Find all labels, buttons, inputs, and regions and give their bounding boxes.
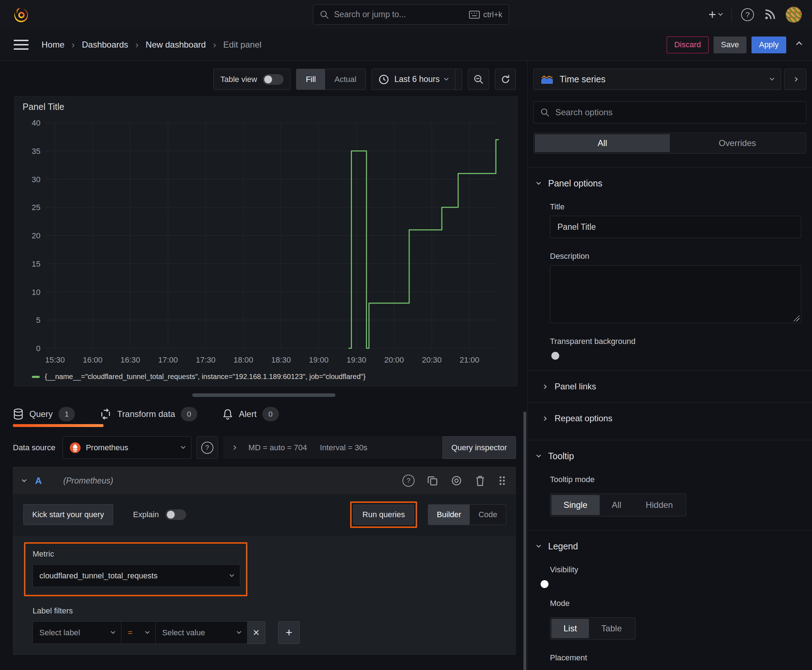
- discard-button[interactable]: Discard: [667, 37, 709, 53]
- chevron-down-icon: [718, 11, 723, 16]
- panel-options-header[interactable]: Panel options: [534, 168, 806, 189]
- tab-transform[interactable]: Transform data 0: [100, 407, 197, 421]
- legend-title: Legend: [548, 541, 578, 552]
- tab-alert-label: Alert: [239, 409, 256, 419]
- description-label: Description: [550, 252, 806, 261]
- svg-text:20:00: 20:00: [384, 355, 404, 364]
- actual-option[interactable]: Actual: [325, 69, 366, 90]
- breadcrumb-sep-icon: ›: [213, 39, 216, 51]
- kick-start-button[interactable]: Kick start your query: [23, 504, 113, 525]
- global-search[interactable]: Search or jump to... ctrl+k: [313, 4, 509, 25]
- breadcrumb-dashboards[interactable]: Dashboards: [82, 40, 128, 50]
- time-series-chart[interactable]: 051015202530354015:3016:0016:3017:0017:3…: [15, 112, 517, 371]
- query-builder-toolbar: Kick start your query Explain Run querie…: [13, 494, 515, 535]
- operator-dropdown[interactable]: =: [121, 621, 156, 644]
- repeat-options-row[interactable]: Repeat options: [534, 403, 806, 434]
- explain-toggle[interactable]: [165, 509, 186, 520]
- tab-all[interactable]: All: [535, 134, 670, 152]
- menu-icon[interactable]: [14, 40, 29, 50]
- legend-header[interactable]: Legend: [534, 530, 806, 552]
- transparent-bg-label: Transparent background: [550, 337, 806, 346]
- transform-icon: [100, 408, 111, 420]
- breadcrumb-new-dashboard[interactable]: New dashboard: [146, 40, 206, 50]
- metric-select[interactable]: cloudflared_tunnel_total_requests: [32, 564, 240, 587]
- svg-text:15: 15: [32, 259, 41, 269]
- zoom-out-button[interactable]: [468, 69, 489, 90]
- chevron-down-icon: [181, 444, 185, 449]
- new-menu-button[interactable]: +: [709, 8, 722, 21]
- apply-button[interactable]: Apply: [751, 37, 786, 53]
- chevron-down-icon: [444, 76, 449, 81]
- panel-links-row[interactable]: Panel links: [534, 371, 806, 402]
- breadcrumb-home[interactable]: Home: [42, 40, 64, 50]
- viz-suggestions-button[interactable]: [784, 69, 806, 90]
- drag-handle-icon[interactable]: [498, 475, 506, 486]
- tab-alert[interactable]: Alert 0: [222, 407, 278, 421]
- time-series-icon: [541, 75, 553, 84]
- svg-text:17:00: 17:00: [158, 355, 178, 364]
- tooltip-all-option[interactable]: All: [600, 495, 634, 515]
- viz-type-select[interactable]: Time series: [534, 69, 781, 90]
- select-label-dropdown[interactable]: Select label: [32, 621, 121, 644]
- header-actions: + ?: [709, 7, 802, 23]
- news-icon[interactable]: [763, 8, 776, 21]
- chart-panel: Panel Title 051015202530354015:3016:0016…: [14, 96, 517, 386]
- query-help-icon[interactable]: ?: [402, 475, 415, 487]
- refresh-icon: [500, 74, 511, 85]
- fill-option[interactable]: Fill: [297, 69, 325, 90]
- panel-title: Panel Title: [22, 102, 517, 112]
- query-row-header[interactable]: A (Prometheus) ?: [13, 467, 515, 494]
- svg-text:16:30: 16:30: [120, 355, 140, 364]
- data-source-value: Prometheus: [86, 443, 129, 452]
- svg-text:30: 30: [32, 175, 41, 184]
- run-queries-button[interactable]: Run queries: [353, 505, 414, 524]
- active-tab-underline: [13, 424, 103, 427]
- options-search[interactable]: Search options: [534, 101, 806, 124]
- zoom-out-icon: [473, 74, 484, 85]
- builder-option[interactable]: Builder: [428, 505, 470, 524]
- query-options-strip[interactable]: MD = auto = 704 Interval = 30s Query ins…: [223, 436, 516, 459]
- save-button[interactable]: Save: [714, 37, 746, 53]
- avatar[interactable]: [785, 7, 802, 23]
- query-inspector-button[interactable]: Query inspector: [442, 436, 516, 459]
- tab-transform-label: Transform data: [117, 409, 175, 419]
- tab-query[interactable]: Query 1: [13, 407, 75, 421]
- chevron-down-icon: [229, 572, 234, 577]
- code-option[interactable]: Code: [470, 505, 506, 524]
- select-value-dropdown[interactable]: Select value: [156, 621, 247, 644]
- tooltip-hidden-option[interactable]: Hidden: [633, 495, 685, 515]
- table-view-toggle[interactable]: [263, 74, 283, 85]
- grafana-logo-icon[interactable]: [13, 7, 29, 23]
- duplicate-icon[interactable]: [427, 475, 438, 486]
- description-textarea[interactable]: [550, 265, 801, 323]
- chart-legend[interactable]: {__name__="cloudflared_tunnel_total_requ…: [32, 372, 517, 381]
- vertical-scrollbar[interactable]: [524, 411, 526, 670]
- chevron-down-icon: [770, 76, 775, 81]
- table-view-toggle-group: Table view: [214, 69, 290, 90]
- chevron-down-icon: [111, 629, 115, 634]
- horizontal-scrollbar[interactable]: [192, 393, 336, 397]
- data-source-help-button[interactable]: ?: [197, 436, 218, 459]
- query-ds-hint: (Prometheus): [63, 476, 113, 486]
- tab-overrides[interactable]: Overrides: [670, 134, 805, 152]
- mode-table-option[interactable]: Table: [589, 619, 634, 638]
- panel-title-input[interactable]: Panel Title: [550, 216, 801, 238]
- time-range-picker[interactable]: Last 6 hours: [371, 69, 462, 90]
- viz-picker-row: Time series: [534, 69, 806, 90]
- collapse-options-button[interactable]: [797, 42, 801, 48]
- collapse-query-icon[interactable]: [22, 477, 27, 482]
- help-icon[interactable]: ?: [741, 8, 754, 21]
- svg-text:18:30: 18:30: [271, 355, 291, 364]
- trash-icon[interactable]: [475, 475, 485, 486]
- search-placeholder: Search or jump to...: [334, 10, 464, 19]
- tooltip-header[interactable]: Tooltip: [534, 440, 806, 461]
- resize-handle-icon[interactable]: [793, 315, 800, 321]
- add-filter-button[interactable]: +: [278, 621, 300, 644]
- hide-response-icon[interactable]: [450, 475, 463, 486]
- mode-list-option[interactable]: List: [551, 619, 589, 638]
- svg-text:25: 25: [32, 203, 41, 212]
- remove-filter-button[interactable]: ✕: [247, 621, 265, 644]
- data-source-select[interactable]: Prometheus: [63, 436, 192, 459]
- tooltip-single-option[interactable]: Single: [551, 495, 600, 515]
- refresh-button[interactable]: [495, 69, 516, 90]
